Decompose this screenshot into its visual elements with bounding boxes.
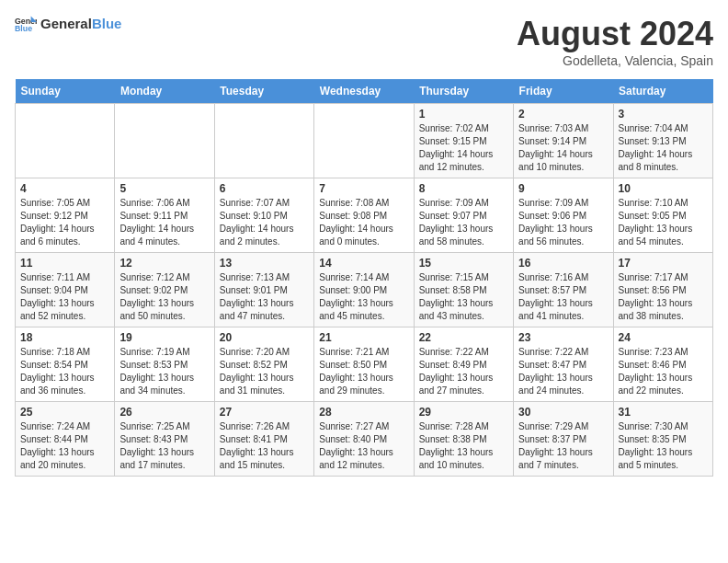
week-row-3: 11Sunrise: 7:11 AM Sunset: 9:04 PM Dayli… xyxy=(16,253,713,327)
day-info: Sunrise: 7:13 AM Sunset: 9:01 PM Dayligh… xyxy=(220,271,309,323)
calendar-cell: 18Sunrise: 7:18 AM Sunset: 8:54 PM Dayli… xyxy=(16,327,115,402)
day-number: 29 xyxy=(419,406,508,419)
day-info: Sunrise: 7:06 AM Sunset: 9:11 PM Dayligh… xyxy=(119,197,209,248)
weekday-header-wednesday: Wednesday xyxy=(314,79,414,104)
calendar-cell: 23Sunrise: 7:22 AM Sunset: 8:47 PM Dayli… xyxy=(514,327,613,402)
day-info: Sunrise: 7:09 AM Sunset: 9:07 PM Dayligh… xyxy=(419,197,508,248)
day-number: 23 xyxy=(518,331,608,344)
weekday-header-sunday: Sunday xyxy=(16,79,115,104)
day-info: Sunrise: 7:17 AM Sunset: 8:56 PM Dayligh… xyxy=(619,271,708,323)
logo-blue-text: Blue xyxy=(92,16,122,31)
day-info: Sunrise: 7:23 AM Sunset: 8:46 PM Dayligh… xyxy=(619,346,708,397)
week-row-1: 1Sunrise: 7:02 AM Sunset: 9:15 PM Daylig… xyxy=(16,104,713,178)
calendar-cell xyxy=(115,104,214,178)
day-number: 27 xyxy=(220,406,309,419)
calendar-cell: 12Sunrise: 7:12 AM Sunset: 9:02 PM Dayli… xyxy=(115,253,214,327)
day-info: Sunrise: 7:12 AM Sunset: 9:02 PM Dayligh… xyxy=(119,271,209,323)
day-number: 19 xyxy=(119,331,209,344)
day-number: 2 xyxy=(518,108,608,121)
day-info: Sunrise: 7:22 AM Sunset: 8:47 PM Dayligh… xyxy=(518,346,608,397)
calendar-cell: 13Sunrise: 7:13 AM Sunset: 9:01 PM Dayli… xyxy=(214,253,313,327)
day-number: 18 xyxy=(20,331,109,344)
calendar-cell: 26Sunrise: 7:25 AM Sunset: 8:43 PM Dayli… xyxy=(115,402,214,477)
day-info: Sunrise: 7:30 AM Sunset: 8:35 PM Dayligh… xyxy=(619,420,708,472)
day-info: Sunrise: 7:22 AM Sunset: 8:49 PM Dayligh… xyxy=(419,346,508,397)
calendar-cell: 21Sunrise: 7:21 AM Sunset: 8:50 PM Dayli… xyxy=(314,327,414,402)
calendar-cell xyxy=(16,104,115,178)
day-number: 17 xyxy=(619,257,708,270)
day-info: Sunrise: 7:26 AM Sunset: 8:41 PM Dayligh… xyxy=(220,420,309,472)
calendar-cell: 3Sunrise: 7:04 AM Sunset: 9:13 PM Daylig… xyxy=(613,104,712,178)
day-number: 24 xyxy=(619,331,708,344)
day-info: Sunrise: 7:27 AM Sunset: 8:40 PM Dayligh… xyxy=(319,420,408,472)
day-info: Sunrise: 7:11 AM Sunset: 9:04 PM Dayligh… xyxy=(20,271,109,323)
day-info: Sunrise: 7:14 AM Sunset: 9:00 PM Dayligh… xyxy=(319,271,408,323)
day-number: 10 xyxy=(619,182,708,195)
calendar-cell: 4Sunrise: 7:05 AM Sunset: 9:12 PM Daylig… xyxy=(16,178,115,253)
header-area: General Blue GeneralBlue August 2024 God… xyxy=(15,15,713,68)
day-number: 6 xyxy=(220,182,309,195)
day-number: 1 xyxy=(419,108,508,121)
day-info: Sunrise: 7:08 AM Sunset: 9:08 PM Dayligh… xyxy=(319,197,408,248)
day-info: Sunrise: 7:20 AM Sunset: 8:52 PM Dayligh… xyxy=(220,346,309,397)
calendar-cell xyxy=(214,104,313,178)
day-number: 25 xyxy=(20,406,109,419)
day-info: Sunrise: 7:10 AM Sunset: 9:05 PM Dayligh… xyxy=(619,197,708,248)
day-number: 8 xyxy=(419,182,508,195)
calendar-cell: 15Sunrise: 7:15 AM Sunset: 8:58 PM Dayli… xyxy=(414,253,513,327)
week-row-4: 18Sunrise: 7:18 AM Sunset: 8:54 PM Dayli… xyxy=(16,327,713,402)
day-info: Sunrise: 7:19 AM Sunset: 8:53 PM Dayligh… xyxy=(119,346,209,397)
calendar-cell: 19Sunrise: 7:19 AM Sunset: 8:53 PM Dayli… xyxy=(115,327,214,402)
calendar-cell: 16Sunrise: 7:16 AM Sunset: 8:57 PM Dayli… xyxy=(514,253,613,327)
calendar-cell: 1Sunrise: 7:02 AM Sunset: 9:15 PM Daylig… xyxy=(414,104,513,178)
weekday-header-friday: Friday xyxy=(514,79,613,104)
day-info: Sunrise: 7:15 AM Sunset: 8:58 PM Dayligh… xyxy=(419,271,508,323)
calendar-cell: 25Sunrise: 7:24 AM Sunset: 8:44 PM Dayli… xyxy=(16,402,115,477)
week-row-5: 25Sunrise: 7:24 AM Sunset: 8:44 PM Dayli… xyxy=(16,402,713,477)
calendar-cell: 14Sunrise: 7:14 AM Sunset: 9:00 PM Dayli… xyxy=(314,253,414,327)
week-row-2: 4Sunrise: 7:05 AM Sunset: 9:12 PM Daylig… xyxy=(16,178,713,253)
weekday-header-saturday: Saturday xyxy=(613,79,712,104)
calendar-cell: 10Sunrise: 7:10 AM Sunset: 9:05 PM Dayli… xyxy=(613,178,712,253)
calendar-cell: 7Sunrise: 7:08 AM Sunset: 9:08 PM Daylig… xyxy=(314,178,414,253)
day-info: Sunrise: 7:05 AM Sunset: 9:12 PM Dayligh… xyxy=(20,197,109,248)
calendar-cell: 5Sunrise: 7:06 AM Sunset: 9:11 PM Daylig… xyxy=(115,178,214,253)
calendar-cell: 30Sunrise: 7:29 AM Sunset: 8:37 PM Dayli… xyxy=(514,402,613,477)
weekday-header-thursday: Thursday xyxy=(414,79,513,104)
day-info: Sunrise: 7:04 AM Sunset: 9:13 PM Dayligh… xyxy=(619,122,708,174)
weekday-header-monday: Monday xyxy=(115,79,214,104)
calendar-cell: 20Sunrise: 7:20 AM Sunset: 8:52 PM Dayli… xyxy=(214,327,313,402)
day-number: 13 xyxy=(220,257,309,270)
month-title: August 2024 xyxy=(517,15,713,53)
day-number: 9 xyxy=(518,182,608,195)
calendar-cell: 8Sunrise: 7:09 AM Sunset: 9:07 PM Daylig… xyxy=(414,178,513,253)
location: Godelleta, Valencia, Spain xyxy=(517,53,713,68)
day-info: Sunrise: 7:02 AM Sunset: 9:15 PM Dayligh… xyxy=(419,122,508,174)
day-number: 31 xyxy=(619,406,708,419)
day-number: 20 xyxy=(220,331,309,344)
calendar-cell: 31Sunrise: 7:30 AM Sunset: 8:35 PM Dayli… xyxy=(613,402,712,477)
calendar-cell: 17Sunrise: 7:17 AM Sunset: 8:56 PM Dayli… xyxy=(613,253,712,327)
day-number: 11 xyxy=(20,257,109,270)
day-number: 4 xyxy=(20,182,109,195)
day-number: 16 xyxy=(518,257,608,270)
day-info: Sunrise: 7:29 AM Sunset: 8:37 PM Dayligh… xyxy=(518,420,608,472)
day-number: 30 xyxy=(518,406,608,419)
logo: General Blue GeneralBlue xyxy=(15,15,121,33)
day-number: 26 xyxy=(119,406,209,419)
day-number: 22 xyxy=(419,331,508,344)
calendar-cell: 6Sunrise: 7:07 AM Sunset: 9:10 PM Daylig… xyxy=(214,178,313,253)
day-info: Sunrise: 7:07 AM Sunset: 9:10 PM Dayligh… xyxy=(220,197,309,248)
day-number: 21 xyxy=(319,331,408,344)
calendar-cell xyxy=(314,104,414,178)
calendar-cell: 9Sunrise: 7:09 AM Sunset: 9:06 PM Daylig… xyxy=(514,178,613,253)
calendar-cell: 24Sunrise: 7:23 AM Sunset: 8:46 PM Dayli… xyxy=(613,327,712,402)
svg-text:Blue: Blue xyxy=(15,24,32,33)
calendar-cell: 28Sunrise: 7:27 AM Sunset: 8:40 PM Dayli… xyxy=(314,402,414,477)
calendar-cell: 11Sunrise: 7:11 AM Sunset: 9:04 PM Dayli… xyxy=(16,253,115,327)
weekday-header-row: SundayMondayTuesdayWednesdayThursdayFrid… xyxy=(16,79,713,104)
day-info: Sunrise: 7:16 AM Sunset: 8:57 PM Dayligh… xyxy=(518,271,608,323)
day-number: 5 xyxy=(119,182,209,195)
calendar-cell: 27Sunrise: 7:26 AM Sunset: 8:41 PM Dayli… xyxy=(214,402,313,477)
day-number: 28 xyxy=(319,406,408,419)
